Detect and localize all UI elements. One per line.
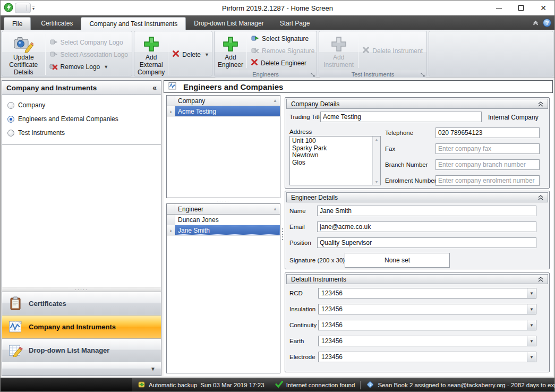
grids-column: Company ▲ › Acme Testing ·····: [166, 95, 280, 373]
customize-quick-access-toolbar-icon[interactable]: ▾: [32, 6, 35, 11]
delete-company-button[interactable]: Delete ▼: [170, 49, 211, 60]
engineer-row-duncan-jones[interactable]: Duncan Jones: [167, 215, 280, 225]
delete-engineer-label: Delete Engineer: [261, 59, 306, 67]
tab-drop-down-list-manager[interactable]: Drop-down List Manager: [186, 17, 271, 30]
sidebar-item-drop-down-list-manager[interactable]: Drop-down List Manager: [2, 338, 161, 362]
delete-company-label: Delete: [182, 51, 201, 58]
address-input[interactable]: Unit 100 Sparky Park Newtown Glos ▲▼: [289, 136, 381, 185]
sidebar-splitter[interactable]: ·····: [2, 287, 161, 292]
delete-x-disabled-icon: [362, 46, 370, 55]
telephone-input[interactable]: [436, 127, 540, 138]
select-signature-button[interactable]: Select Signature: [249, 33, 317, 44]
tab-start-page[interactable]: Start Page: [272, 17, 318, 30]
insulation-select[interactable]: 123456 ▼: [318, 304, 536, 314]
sidebar-nav-overflow[interactable]: ▼: [2, 362, 161, 376]
select-association-logo-button[interactable]: Select Association Logo: [47, 49, 130, 60]
help-icon[interactable]: ?: [543, 19, 551, 27]
chevron-down-icon[interactable]: ▼: [527, 304, 536, 314]
collapse-section-icon[interactable]: [538, 195, 543, 200]
chevron-down-icon[interactable]: ▼: [527, 320, 536, 330]
add-engineer-button[interactable]: Add Engineer: [216, 32, 245, 70]
electrode-select[interactable]: 123456 ▼: [318, 352, 536, 362]
radio-engineers-and-external-companies[interactable]: Engineers and External Companies: [2, 112, 161, 126]
enrolment-number-input[interactable]: [436, 175, 540, 186]
app-icon[interactable]: [4, 3, 13, 14]
add-engineer-label: Add Engineer: [218, 54, 243, 69]
remove-logo-icon: [49, 62, 58, 72]
earth-select[interactable]: 123456 ▼: [318, 336, 536, 346]
tab-certificates[interactable]: Certificates: [33, 17, 81, 30]
continuity-select[interactable]: 123456 ▼: [318, 320, 536, 330]
fax-input[interactable]: [436, 143, 540, 154]
ribbon-tab-strip: File Certificates Company and Test Instr…: [1, 15, 554, 30]
name-input[interactable]: [317, 206, 536, 216]
chevron-down-icon[interactable]: ▼: [527, 336, 536, 346]
position-input[interactable]: [317, 237, 536, 248]
telephone-label: Telephone: [385, 130, 413, 136]
radio-selected-icon: [7, 116, 14, 123]
select-company-logo-button[interactable]: Select Company Logo: [47, 37, 130, 48]
trading-title-input[interactable]: [320, 112, 482, 122]
engineer-column-header[interactable]: Engineer ▲: [175, 204, 280, 214]
remove-logo-button[interactable]: Remove Logo ▼: [47, 61, 130, 72]
delete-x-icon: [172, 50, 180, 59]
chevron-down-icon[interactable]: ▼: [527, 288, 536, 298]
engineer-row-jane-smith[interactable]: › Jane Smith: [167, 225, 280, 236]
license-status: i Sean Book 2 assigned to sean@tackaberr…: [361, 378, 555, 391]
row-indicator-header: [167, 96, 175, 106]
content-header: Engineers and Companies: [164, 80, 553, 93]
default-instruments-section: Default Instruments RCD 123456 ▼ Insulat…: [285, 272, 550, 372]
maximize-button[interactable]: [510, 1, 532, 15]
company-row-acme-testing[interactable]: › Acme Testing: [167, 106, 280, 117]
add-plus-disabled-icon: [330, 34, 347, 54]
chart-small-icon: [168, 82, 177, 92]
email-input[interactable]: [317, 221, 536, 232]
collapse-sidebar-icon[interactable]: «: [152, 83, 157, 92]
content-panel: Engineers and Companies Company ▲: [164, 80, 553, 376]
delete-instrument-button[interactable]: Delete Instrument: [360, 45, 425, 56]
update-certificate-details-label: Update Certificate Details: [5, 54, 42, 76]
row-indicator-header: [167, 204, 175, 214]
engineer-grid-header: Engineer ▲: [167, 204, 280, 215]
sort-ascending-icon[interactable]: ▲: [273, 207, 277, 211]
signature-label: Signature (200 x 30): [289, 257, 345, 263]
scroll-down-icon[interactable]: ▼: [375, 180, 379, 184]
grid-splitter[interactable]: ·····: [166, 198, 280, 203]
sidebar-item-certificates[interactable]: Certificates: [2, 292, 161, 315]
sidebar-item-company-and-instruments[interactable]: Company and Instruments: [2, 315, 161, 338]
collapse-section-icon[interactable]: [538, 101, 543, 107]
company-column-header[interactable]: Company ▲: [175, 96, 280, 106]
rcd-select[interactable]: 123456 ▼: [318, 288, 536, 299]
close-button[interactable]: ✕: [532, 1, 554, 15]
minimize-ribbon-icon[interactable]: [533, 20, 539, 25]
radio-company[interactable]: Company: [2, 98, 161, 112]
company-grid: Company ▲ › Acme Testing: [166, 95, 280, 198]
branch-number-input[interactable]: [436, 159, 540, 170]
add-instrument-button[interactable]: Add Instrument: [321, 32, 356, 70]
sidebar-item-label: Certificates: [29, 300, 66, 308]
license-label: Sean Book 2 assigned to sean@tackaberry.…: [378, 382, 555, 388]
chevron-down-icon[interactable]: ▼: [527, 352, 536, 362]
collapse-section-icon[interactable]: [538, 277, 543, 282]
scroll-up-icon[interactable]: ▲: [375, 138, 379, 141]
quick-access-button[interactable]: [15, 3, 31, 13]
details-splitter[interactable]: [280, 95, 285, 373]
tab-file[interactable]: File: [4, 17, 31, 30]
remove-logo-label: Remove Logo: [61, 63, 100, 71]
sort-ascending-icon[interactable]: ▲: [273, 98, 277, 103]
signature-preview[interactable]: None set: [345, 253, 450, 268]
radio-test-instruments[interactable]: Test Instruments: [2, 126, 161, 140]
tab-company-and-test-instruments[interactable]: Company and Test Instruments: [81, 17, 186, 30]
content-body: Company ▲ › Acme Testing ·····: [164, 95, 553, 376]
minimize-button[interactable]: [488, 1, 510, 15]
select-association-logo-label: Select Association Logo: [61, 51, 128, 58]
add-external-company-button[interactable]: Add External Company: [136, 32, 166, 76]
remove-signature-button[interactable]: Remove Signature: [249, 45, 317, 56]
engineer-cell: Jane Smith: [175, 225, 280, 235]
engineers-group-label: Engineers: [215, 71, 317, 78]
scrollbar[interactable]: ▲▼: [372, 137, 380, 185]
delete-engineer-button[interactable]: Delete Engineer: [249, 57, 317, 69]
update-certificate-details-button[interactable]: Update Certificate Details: [4, 32, 44, 76]
group-separator: [45, 34, 46, 75]
sidebar: Company and Instruments « Company Engine…: [2, 80, 161, 376]
